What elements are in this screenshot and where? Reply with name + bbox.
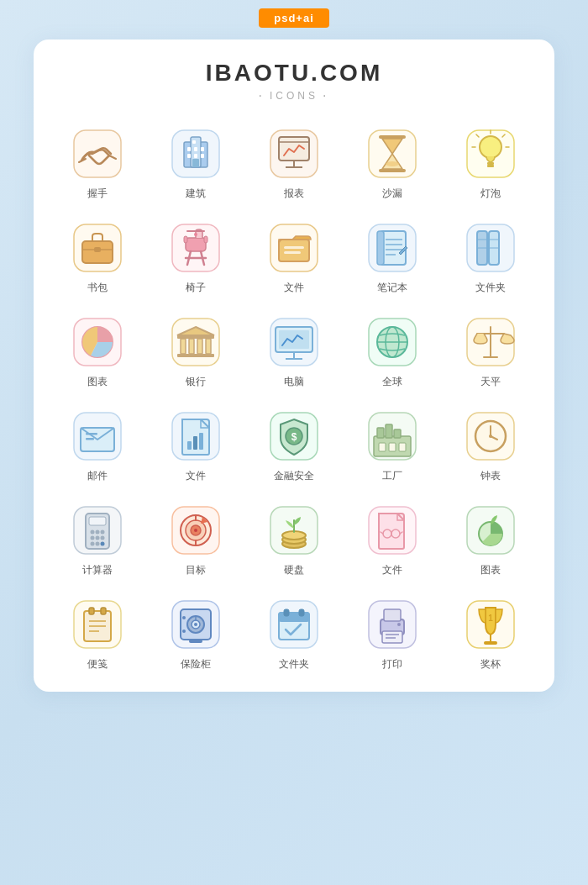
top-badge: psd+ai bbox=[259, 8, 329, 28]
svg-point-118 bbox=[90, 542, 94, 546]
svg-rect-111 bbox=[89, 517, 106, 525]
svg-rect-101 bbox=[379, 443, 386, 451]
svg-point-119 bbox=[95, 542, 99, 546]
icon-bank: 银行 bbox=[149, 307, 242, 392]
icon-building: 建筑 bbox=[149, 119, 242, 204]
svg-rect-63 bbox=[172, 319, 219, 366]
svg-rect-66 bbox=[181, 339, 186, 354]
icon-file-folder: 文件 bbox=[247, 213, 340, 298]
svg-point-114 bbox=[100, 530, 104, 535]
svg-point-169 bbox=[397, 623, 401, 626]
icon-notepad: 便笺 bbox=[50, 589, 144, 675]
icon-clock: 钟表 bbox=[444, 401, 538, 487]
svg-rect-6 bbox=[201, 147, 204, 151]
svg-rect-100 bbox=[394, 429, 401, 438]
svg-rect-145 bbox=[101, 608, 106, 614]
svg-rect-98 bbox=[377, 428, 384, 438]
svg-rect-87 bbox=[86, 438, 94, 440]
svg-rect-10 bbox=[192, 140, 196, 144]
icon-coins-plant: 硬盘 bbox=[247, 495, 340, 581]
svg-rect-24 bbox=[487, 165, 494, 167]
svg-point-22 bbox=[480, 136, 501, 158]
svg-rect-68 bbox=[197, 339, 202, 354]
svg-point-154 bbox=[194, 623, 197, 626]
svg-rect-41 bbox=[184, 236, 187, 243]
svg-rect-91 bbox=[193, 436, 197, 450]
svg-point-115 bbox=[90, 536, 94, 540]
svg-rect-9 bbox=[201, 154, 204, 158]
svg-text:$: $ bbox=[291, 431, 297, 443]
svg-rect-45 bbox=[284, 246, 304, 249]
icon-factory: 工厂 bbox=[346, 401, 439, 487]
icon-shield-dollar: $ 金融安全 bbox=[247, 401, 340, 487]
svg-rect-8 bbox=[194, 154, 197, 158]
icon-lightbulb: 灯泡 bbox=[444, 119, 538, 204]
svg-point-116 bbox=[95, 536, 99, 540]
svg-rect-0 bbox=[74, 130, 121, 177]
icon-notebook: 笔记本 bbox=[346, 213, 439, 298]
icon-safe: 保险柜 bbox=[149, 589, 242, 675]
icon-calendar-check: 文件夹 bbox=[247, 589, 340, 675]
svg-rect-92 bbox=[199, 433, 203, 450]
svg-rect-70 bbox=[177, 354, 214, 357]
icon-trophy: 1 奖杯 bbox=[444, 589, 538, 675]
icon-target: 目标 bbox=[149, 495, 242, 581]
icon-email: 邮件 bbox=[50, 401, 144, 487]
svg-rect-144 bbox=[89, 608, 94, 614]
icon-chart-board: 报表 bbox=[247, 119, 340, 204]
svg-point-117 bbox=[100, 536, 104, 540]
svg-point-20 bbox=[386, 161, 399, 166]
brand-title: IBAOTU.COM bbox=[206, 60, 382, 87]
icon-hourglass: 沙漏 bbox=[346, 119, 439, 204]
svg-rect-86 bbox=[86, 433, 97, 435]
icon-bar-chart-file: 文件 bbox=[149, 401, 242, 487]
icon-chair: 椅子 bbox=[149, 213, 242, 298]
svg-point-156 bbox=[182, 630, 186, 633]
main-card: IBAOTU.COM ICONS 握手 bbox=[34, 40, 554, 692]
icon-calculator: 计算器 bbox=[50, 495, 144, 581]
icon-monitor: 电脑 bbox=[247, 307, 340, 392]
icons-grid: 握手 bbox=[50, 119, 538, 675]
icon-pie-leaf: 图表 bbox=[444, 495, 538, 581]
svg-rect-23 bbox=[487, 162, 494, 165]
svg-rect-46 bbox=[284, 251, 301, 254]
svg-rect-102 bbox=[389, 443, 396, 451]
icon-file-cabinet: 文件夹 bbox=[444, 213, 538, 298]
svg-point-120 bbox=[100, 542, 104, 546]
icon-handshake: 握手 bbox=[50, 119, 144, 204]
svg-rect-161 bbox=[284, 609, 289, 616]
svg-rect-103 bbox=[399, 443, 406, 451]
svg-rect-49 bbox=[377, 231, 384, 265]
icon-pie-chart: 图表 bbox=[50, 307, 144, 392]
svg-rect-5 bbox=[194, 147, 197, 151]
svg-rect-69 bbox=[206, 339, 211, 354]
svg-rect-44 bbox=[279, 240, 309, 261]
svg-rect-35 bbox=[186, 238, 206, 251]
svg-rect-7 bbox=[187, 154, 191, 158]
svg-rect-42 bbox=[204, 236, 207, 243]
svg-point-112 bbox=[90, 530, 94, 535]
svg-point-40 bbox=[194, 233, 197, 236]
svg-rect-157 bbox=[189, 640, 202, 643]
brand-subtitle: ICONS bbox=[259, 88, 330, 103]
icon-briefcase: 书包 bbox=[50, 213, 144, 298]
svg-rect-4 bbox=[187, 147, 191, 151]
svg-rect-90 bbox=[187, 441, 192, 450]
svg-rect-67 bbox=[189, 339, 194, 354]
svg-point-155 bbox=[182, 616, 186, 619]
svg-rect-11 bbox=[192, 159, 199, 167]
svg-point-113 bbox=[95, 530, 99, 535]
icon-printer: 打印 bbox=[346, 589, 439, 675]
svg-rect-33 bbox=[94, 247, 101, 252]
svg-rect-162 bbox=[299, 609, 304, 616]
svg-rect-160 bbox=[279, 613, 309, 621]
icon-globe: 全球 bbox=[346, 307, 439, 392]
svg-rect-166 bbox=[382, 631, 402, 643]
svg-rect-165 bbox=[384, 609, 401, 621]
svg-text:1: 1 bbox=[489, 614, 494, 623]
svg-rect-99 bbox=[386, 424, 392, 438]
icon-scale: 天平 bbox=[444, 307, 538, 392]
svg-point-125 bbox=[194, 529, 197, 532]
svg-rect-172 bbox=[484, 641, 497, 645]
icon-document-glasses: 文件 bbox=[346, 495, 439, 581]
